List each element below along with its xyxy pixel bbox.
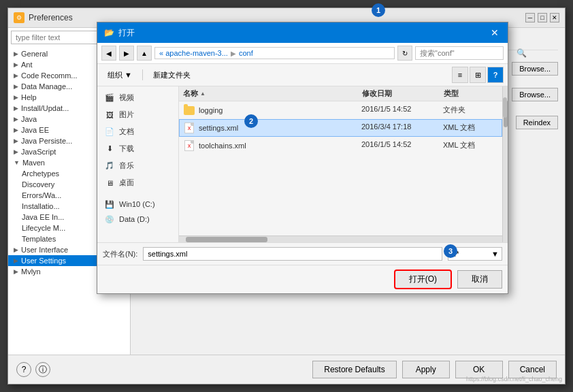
filename-label: 文件名(N): xyxy=(103,249,137,259)
address-bar: ◀ ▶ ▲ « apache-maven-3... ▶ conf ↻ 🔍 1 xyxy=(97,43,508,64)
place-music[interactable]: 🎵 音乐 xyxy=(97,157,178,174)
arrow-icon: ▶ xyxy=(14,116,18,122)
arrow-icon: ▶ xyxy=(14,61,18,68)
arrow-icon: ▶ xyxy=(14,148,18,155)
close-button[interactable]: ✕ xyxy=(550,13,559,22)
view-list-button[interactable]: ≡ xyxy=(452,67,468,83)
filename-input-wrap xyxy=(143,247,442,261)
place-video[interactable]: 🎬 视频 xyxy=(97,89,178,106)
place-image[interactable]: 🖼 图片 xyxy=(97,106,178,123)
place-d-drive[interactable]: 💿 Data (D:) xyxy=(97,212,178,227)
col-modified[interactable]: 修改日期 xyxy=(362,88,444,99)
arrow-icon: ▶ xyxy=(14,50,18,57)
folder-icon xyxy=(184,105,195,116)
back-button[interactable]: ◀ xyxy=(101,46,116,61)
col-type[interactable]: 类型 xyxy=(444,88,498,99)
video-icon: 🎬 xyxy=(104,94,115,102)
search-input[interactable] xyxy=(420,49,514,57)
path-part1: « apache-maven-3... xyxy=(159,49,228,57)
preferences-icon: ⚙ xyxy=(14,12,24,23)
arrow-icon: ▼ xyxy=(14,159,20,166)
new-folder-button[interactable]: 新建文件夹 xyxy=(147,67,197,83)
file-name-toolchains: X toolchains.xml xyxy=(184,140,361,151)
filetype-select[interactable]: *.* ▼ xyxy=(448,247,502,261)
col-name[interactable]: 名称 ▲ xyxy=(183,88,362,99)
place-doc[interactable]: 📄 文档 xyxy=(97,123,178,140)
up-button[interactable]: ▲ xyxy=(137,46,152,61)
places-panel: 🎬 视频 🖼 图片 📄 文档 ⬇ 下载 🎵 音乐 xyxy=(97,86,179,242)
file-name-settings: X settings.xml xyxy=(184,122,361,133)
arrow-icon: ▶ xyxy=(14,257,18,264)
toolbar-sep xyxy=(142,69,143,80)
window-title: Preferences xyxy=(29,13,73,22)
file-row-settings[interactable]: X settings.xml 2016/3/4 17:18 XML 文档 2 xyxy=(179,119,502,137)
place-desktop[interactable]: 🖥 桌面 xyxy=(97,174,178,191)
organize-label: 组织 xyxy=(108,70,122,80)
forward-button[interactable]: ▶ xyxy=(119,46,134,61)
dialog-folder-icon: 📂 xyxy=(104,28,114,37)
xml-icon-2: X xyxy=(184,140,195,151)
file-row-toolchains[interactable]: X toolchains.xml 2016/1/5 14:52 XML 文档 xyxy=(179,137,502,154)
doc-icon: 📄 xyxy=(104,128,115,136)
cancel-dialog-button[interactable]: 取消 xyxy=(457,270,502,289)
d-drive-icon: 💿 xyxy=(104,215,115,223)
file-list-container: 🎬 视频 🖼 图片 📄 文档 ⬇ 下载 🎵 音乐 xyxy=(97,86,508,242)
c-drive-icon: 💾 xyxy=(104,200,115,208)
dialog-close-button[interactable]: ✕ xyxy=(489,27,501,39)
dialog-title-bar: 📂 打开 ✕ xyxy=(97,22,508,43)
image-icon: 🖼 xyxy=(104,111,115,119)
sort-icon: ▲ xyxy=(200,91,206,97)
minimize-button[interactable]: ─ xyxy=(525,13,535,22)
address-path[interactable]: « apache-maven-3... ▶ conf xyxy=(154,47,395,59)
view-buttons: ≡ ⊞ ? xyxy=(452,67,504,83)
search-box[interactable]: 🔍 xyxy=(415,46,504,60)
h-scrollbar[interactable] xyxy=(179,235,502,242)
toolbar-row: 组织 ▼ 新建文件夹 ≡ ⊞ ? xyxy=(97,64,508,86)
arrow-icon: ▶ xyxy=(14,83,18,90)
window-controls: ─ □ ✕ xyxy=(525,13,559,22)
browse-button-1[interactable]: Browse... xyxy=(512,62,558,76)
dialog-title-left: 📂 打开 xyxy=(104,27,135,39)
browse-button-2[interactable]: Browse... xyxy=(512,88,558,101)
arrow-icon: ▶ xyxy=(14,105,18,112)
arrow-icon: ▶ xyxy=(14,72,18,79)
organize-arrow-icon: ▼ xyxy=(125,71,132,79)
file-row-logging[interactable]: logging 2016/1/5 14:52 文件夹 xyxy=(179,101,502,119)
new-folder-label: 新建文件夹 xyxy=(153,70,191,80)
status-bar-text: https://blog.csdn.net/li_chao_cheng xyxy=(466,376,562,382)
apply-button[interactable]: Apply xyxy=(402,361,450,378)
title-bar-left: ⚙ Preferences xyxy=(14,12,73,23)
file-rows-container: logging 2016/1/5 14:52 文件夹 X settings.xm… xyxy=(179,101,502,242)
help-icon[interactable]: ? xyxy=(16,362,31,377)
refresh-button[interactable]: ↻ xyxy=(397,46,412,61)
filetype-arrow-icon: ▼ xyxy=(491,250,499,258)
info-icon[interactable]: ⓘ xyxy=(35,362,50,377)
download-icon: ⬇ xyxy=(104,145,115,153)
place-download[interactable]: ⬇ 下载 xyxy=(97,140,178,157)
file-list-area: 名称 ▲ 修改日期 类型 xyxy=(179,86,502,242)
restore-defaults-button[interactable]: Restore Defaults xyxy=(312,361,396,378)
organize-button[interactable]: 组织 ▼ xyxy=(101,67,138,83)
music-icon: 🎵 xyxy=(104,162,115,170)
preferences-window: ⚙ Preferences ─ □ ✕ ▶ General ▶ Ant xyxy=(7,7,566,385)
arrow-icon: ▶ xyxy=(14,94,18,101)
arrow-icon: ▶ xyxy=(14,268,18,275)
filename-bar: 文件名(N): *.* ▼ 3 xyxy=(97,242,508,265)
arrow-icon: ▶ xyxy=(14,127,18,133)
search-icon: 🔍 xyxy=(517,48,527,58)
path-separator: ▶ xyxy=(231,50,236,57)
maximize-button[interactable]: □ xyxy=(538,13,547,22)
dialog-title: 打开 xyxy=(118,27,135,39)
path-part2: conf xyxy=(239,49,253,57)
reindex-button[interactable]: Reindex xyxy=(516,116,558,129)
dialog-action-bar: 打开(O) 取消 xyxy=(97,265,508,293)
filename-input[interactable] xyxy=(143,247,442,261)
place-c-drive[interactable]: 💾 Win10 (C:) xyxy=(97,197,178,212)
view-grid-button[interactable]: ⊞ xyxy=(470,67,486,83)
file-list-header: 名称 ▲ 修改日期 类型 xyxy=(179,86,502,101)
arrow-icon: ▶ xyxy=(14,137,18,144)
help-dialog-button[interactable]: ? xyxy=(487,67,504,83)
arrow-icon: ▶ xyxy=(14,246,18,253)
open-button[interactable]: 打开(O) xyxy=(394,270,452,289)
desktop-icon: 🖥 xyxy=(104,179,115,187)
